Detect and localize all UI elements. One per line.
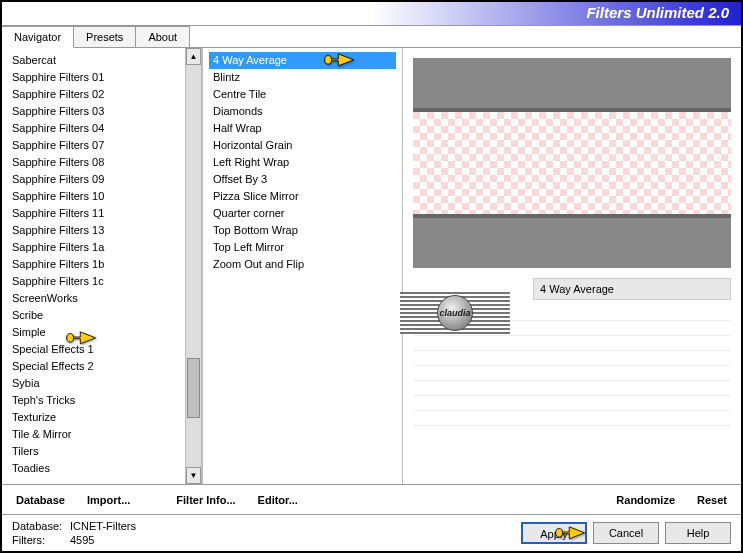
scrollbar[interactable]: ▲ ▼	[185, 48, 202, 484]
category-item[interactable]: Sapphire Filters 08	[12, 154, 183, 171]
category-item[interactable]: Sapphire Filters 07	[12, 137, 183, 154]
category-item[interactable]: Sapphire Filters 04	[12, 120, 183, 137]
filter-item[interactable]: Left Right Wrap	[209, 154, 396, 171]
title-bar: Filters Unlimited 2.0	[2, 2, 741, 26]
param-row	[413, 351, 731, 366]
param-row	[413, 396, 731, 411]
category-item[interactable]: ScreenWorks	[12, 290, 183, 307]
filter-item[interactable]: Centre Tile	[209, 86, 396, 103]
filter-item[interactable]: Quarter corner	[209, 205, 396, 222]
filter-name-label: 4 Way Average	[533, 278, 731, 300]
filter-item[interactable]: Top Bottom Wrap	[209, 222, 396, 239]
status-info: Database:ICNET-Filters Filters:4595	[12, 519, 136, 547]
param-row	[413, 366, 731, 381]
category-list[interactable]: SabercatSapphire Filters 01Sapphire Filt…	[2, 48, 185, 484]
watermark: claudia	[400, 292, 510, 334]
category-item[interactable]: Texturize	[12, 409, 183, 426]
cancel-button[interactable]: Cancel	[593, 522, 659, 544]
import-button[interactable]: Import...	[83, 491, 134, 509]
filter-item[interactable]: Half Wrap	[209, 120, 396, 137]
category-item[interactable]: Teph's Tricks	[12, 392, 183, 409]
tab-navigator[interactable]: Navigator	[2, 26, 74, 48]
status-bar: Database:ICNET-Filters Filters:4595 Appl…	[2, 514, 741, 550]
filters-label: Filters:	[12, 533, 70, 547]
category-item[interactable]: Sapphire Filters 10	[12, 188, 183, 205]
scroll-thumb[interactable]	[187, 358, 200, 418]
category-item[interactable]: Sapphire Filters 09	[12, 171, 183, 188]
watermark-globe-icon: claudia	[437, 295, 473, 331]
category-panel: SabercatSapphire Filters 01Sapphire Filt…	[2, 48, 202, 484]
category-item[interactable]: Sybia	[12, 375, 183, 392]
category-item[interactable]: Simple	[12, 324, 183, 341]
filter-info-button[interactable]: Filter Info...	[172, 491, 239, 509]
param-row	[413, 336, 731, 351]
db-label: Database:	[12, 519, 70, 533]
dialog-buttons: Apply Cancel Help	[521, 522, 731, 544]
tab-presets[interactable]: Presets	[74, 26, 136, 47]
category-item[interactable]: Sapphire Filters 03	[12, 103, 183, 120]
scroll-up-icon[interactable]: ▲	[186, 48, 201, 65]
filter-list[interactable]: 4 Way AverageBlintzCentre TileDiamondsHa…	[202, 48, 402, 484]
filter-item[interactable]: Diamonds	[209, 103, 396, 120]
param-row	[413, 411, 731, 426]
reset-button[interactable]: Reset	[693, 491, 731, 509]
database-button[interactable]: Database	[12, 491, 69, 509]
filter-item[interactable]: Offset By 3	[209, 171, 396, 188]
app-title: Filters Unlimited 2.0	[586, 4, 729, 21]
preview-image	[413, 58, 731, 268]
apply-button[interactable]: Apply	[521, 522, 587, 544]
category-item[interactable]: Special Effects 1	[12, 341, 183, 358]
category-item[interactable]: Sapphire Filters 01	[12, 69, 183, 86]
filter-item[interactable]: Zoom Out and Flip	[209, 256, 396, 273]
filter-item[interactable]: Pizza Slice Mirror	[209, 188, 396, 205]
category-item[interactable]: Sapphire Filters 1c	[12, 273, 183, 290]
param-row	[413, 381, 731, 396]
category-item[interactable]: Sabercat	[12, 52, 183, 69]
filters-value: 4595	[70, 534, 94, 546]
preview-checker	[413, 108, 731, 218]
category-item[interactable]: Tile & Mirror	[12, 426, 183, 443]
category-item[interactable]: Tilers	[12, 443, 183, 460]
tab-row: Navigator Presets About	[2, 26, 741, 48]
preview-panel: 4 Way Average	[402, 48, 741, 484]
editor-button[interactable]: Editor...	[254, 491, 302, 509]
help-button[interactable]: Help	[665, 522, 731, 544]
tab-about[interactable]: About	[136, 26, 190, 47]
filter-item[interactable]: Horizontal Grain	[209, 137, 396, 154]
content-area: SabercatSapphire Filters 01Sapphire Filt…	[2, 48, 741, 484]
category-item[interactable]: Scribe	[12, 307, 183, 324]
category-item[interactable]: Sapphire Filters 1a	[12, 239, 183, 256]
category-item[interactable]: Sapphire Filters 13	[12, 222, 183, 239]
filter-item[interactable]: Blintz	[209, 69, 396, 86]
category-item[interactable]: Special Effects 2	[12, 358, 183, 375]
scroll-down-icon[interactable]: ▼	[186, 467, 201, 484]
filter-item[interactable]: 4 Way Average	[209, 52, 396, 69]
category-item[interactable]: Sapphire Filters 02	[12, 86, 183, 103]
category-item[interactable]: Toadies	[12, 460, 183, 477]
db-value: ICNET-Filters	[70, 520, 136, 532]
category-item[interactable]: Sapphire Filters 11	[12, 205, 183, 222]
category-item[interactable]: Sapphire Filters 1b	[12, 256, 183, 273]
button-bar: Database Import... Filter Info... Editor…	[2, 484, 741, 514]
randomize-button[interactable]: Randomize	[612, 491, 679, 509]
filter-item[interactable]: Top Left Mirror	[209, 239, 396, 256]
